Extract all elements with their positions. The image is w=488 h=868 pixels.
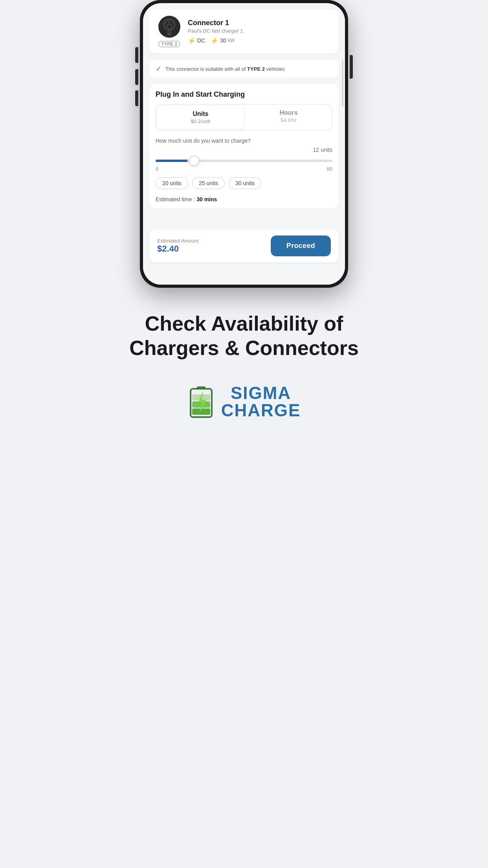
svg-point-3 bbox=[171, 22, 173, 24]
power-spec: ⚡ 30 kW bbox=[211, 37, 235, 44]
check-icon: ✓ bbox=[156, 64, 161, 73]
slider-min: 0 bbox=[156, 166, 158, 172]
slider-max: 60 bbox=[327, 166, 332, 172]
svg-point-6 bbox=[168, 26, 171, 28]
amount-block: Estimated Amount $2.40 bbox=[157, 238, 199, 254]
svg-point-2 bbox=[166, 22, 168, 24]
amount-value: $2.40 bbox=[157, 244, 199, 254]
suitable-text: This connector is suitable with all of T… bbox=[165, 66, 285, 72]
app-content: TYPE 2 Connector 1 Paul's DC fast charge… bbox=[143, 9, 345, 285]
svg-point-4 bbox=[165, 25, 167, 27]
chips-row: 20 units 25 units 30 units bbox=[156, 177, 332, 189]
connector-icon-wrap: TYPE 2 bbox=[156, 16, 183, 47]
main-headline: Check Availability of Chargers & Connect… bbox=[31, 311, 457, 360]
tab-units-price: $0.2/unit bbox=[160, 118, 241, 124]
tab-hours[interactable]: Hours $4.8/hr bbox=[245, 105, 332, 130]
connector-card: TYPE 2 Connector 1 Paul's DC fast charge… bbox=[149, 9, 339, 53]
tab-selector[interactable]: Units $0.2/unit Hours $4.8/hr bbox=[156, 104, 332, 131]
connector-info: Connector 1 Paul's DC fast charger 1 ⚡ D… bbox=[188, 19, 332, 44]
power-label: 30 bbox=[220, 37, 226, 44]
units-count: 12 units bbox=[313, 146, 332, 153]
svg-rect-8 bbox=[167, 34, 172, 35]
suitable-banner: ✓ This connector is suitable with all of… bbox=[149, 60, 339, 78]
chip-20[interactable]: 20 units bbox=[156, 177, 188, 189]
units-slider[interactable] bbox=[156, 160, 332, 162]
spacer bbox=[143, 215, 345, 223]
bottom-bar: Estimated Amount $2.40 Proceed bbox=[149, 229, 339, 263]
slider-container[interactable] bbox=[156, 156, 332, 164]
units-label: units bbox=[321, 147, 332, 153]
svg-rect-10 bbox=[197, 386, 205, 390]
connector-title: Connector 1 bbox=[188, 19, 332, 27]
svg-rect-7 bbox=[168, 30, 171, 34]
chip-30[interactable]: 30 units bbox=[229, 177, 261, 189]
dc-spec: ⚡ DC bbox=[188, 37, 205, 44]
scroll-indicator bbox=[342, 59, 343, 107]
logo-battery-icon bbox=[187, 384, 215, 419]
type-badge: TYPE 2 bbox=[159, 41, 180, 47]
tab-units-label: Units bbox=[160, 110, 241, 118]
tab-units[interactable]: Units $0.2/unit bbox=[157, 106, 244, 129]
tab-hours-price: $4.8/hr bbox=[248, 117, 329, 123]
logo-sigma: SIGMA bbox=[221, 384, 301, 402]
connector-subtitle: Paul's DC fast charger 1 bbox=[188, 28, 332, 34]
logo-charge: CHARGE bbox=[221, 402, 301, 419]
svg-point-5 bbox=[172, 25, 174, 27]
connector-icon bbox=[158, 16, 180, 38]
amount-label: Estimated Amount bbox=[157, 238, 199, 244]
below-phone-section: Check Availability of Chargers & Connect… bbox=[0, 288, 488, 443]
logo-text: SIGMA CHARGE bbox=[221, 384, 301, 419]
chip-25[interactable]: 25 units bbox=[192, 177, 225, 189]
slider-labels: 0 60 bbox=[156, 166, 332, 172]
phone-shell: TYPE 2 Connector 1 Paul's DC fast charge… bbox=[140, 0, 348, 288]
logo-area: SIGMA CHARGE bbox=[31, 384, 457, 419]
units-value: 12 bbox=[313, 147, 319, 153]
est-time: Estimated time : 30 mins bbox=[156, 196, 332, 202]
connector-specs: ⚡ DC ⚡ 30 kW bbox=[188, 37, 332, 44]
dc-label: DC bbox=[197, 37, 205, 44]
power-icon: ⚡ bbox=[211, 37, 218, 44]
tab-hours-label: Hours bbox=[248, 109, 329, 116]
plug-section: Plug In and Start Charging Units $0.2/un… bbox=[149, 84, 339, 209]
plug-title: Plug In and Start Charging bbox=[156, 90, 332, 99]
est-time-value: 30 mins bbox=[196, 196, 217, 202]
units-count-row: 12 units bbox=[156, 146, 332, 153]
proceed-button[interactable]: Proceed bbox=[271, 235, 331, 256]
phone-screen: TYPE 2 Connector 1 Paul's DC fast charge… bbox=[143, 3, 345, 285]
bottom-padding bbox=[143, 269, 345, 277]
units-question: How much unit do you want to charge? bbox=[156, 138, 332, 144]
suitable-type: TYPE 2 bbox=[247, 66, 265, 72]
svg-point-1 bbox=[164, 19, 175, 30]
dc-icon: ⚡ bbox=[188, 37, 196, 44]
power-unit: kW bbox=[228, 38, 235, 43]
